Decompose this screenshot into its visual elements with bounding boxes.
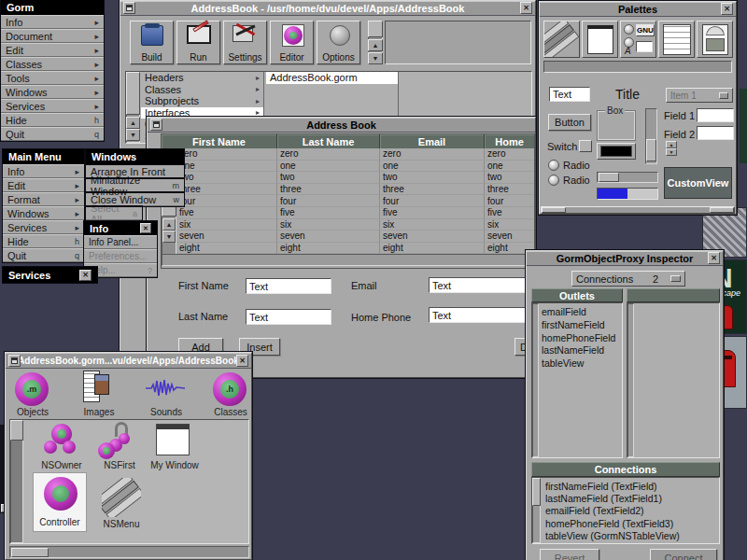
table-cell[interactable]: three	[277, 184, 380, 196]
run-button[interactable]: Run	[176, 21, 220, 64]
connection-item[interactable]: lastNameField (TextField1)	[545, 493, 680, 505]
tab-windows-palette[interactable]	[582, 21, 618, 58]
resize-bar-right[interactable]	[710, 207, 734, 213]
menu-item-windows[interactable]: Windows▸	[3, 206, 84, 220]
sample-radio1[interactable]	[548, 160, 559, 171]
menu-item-tools[interactable]: Tools▸	[1, 71, 104, 85]
sample-field2[interactable]	[697, 126, 734, 140]
table-cell[interactable]: seven	[176, 231, 277, 243]
object-item-label[interactable]: NSFirst	[99, 460, 140, 470]
table-cell[interactable]: five	[380, 207, 485, 219]
table-cell[interactable]: seven	[277, 231, 380, 243]
table-cell[interactable]: one	[380, 161, 485, 173]
table-cell[interactable]: four	[380, 195, 485, 207]
table-cell[interactable]: two	[380, 172, 485, 184]
table-cell[interactable]: one	[485, 161, 534, 173]
sample-vertical-slider[interactable]	[645, 108, 657, 164]
table-cell[interactable]: three	[485, 184, 534, 196]
sample-button[interactable]: Button	[548, 114, 591, 131]
tab-controls-palette[interactable]: GNU A	[620, 21, 656, 58]
browser-item-subprojects[interactable]: Subprojects▸	[141, 95, 263, 107]
sample-stepper[interactable]: ▲ ▼	[666, 141, 677, 157]
email-field[interactable]: Text	[429, 277, 529, 293]
object-item-label[interactable]: NSOwner	[38, 460, 85, 470]
table-cell[interactable]: seven	[485, 231, 534, 243]
column-header-home[interactable]: Home	[485, 134, 534, 148]
table-cell[interactable]: zero	[485, 148, 534, 161]
gorm-menu-title[interactable]: Gorm	[1, 0, 104, 15]
toolbar-scroll-down-button[interactable]: ▼	[368, 52, 383, 64]
column-header-last-name[interactable]: Last Name	[277, 134, 380, 148]
column-header-first-name[interactable]: First Name	[162, 134, 277, 148]
table-cell[interactable]: four	[485, 195, 534, 207]
browser-item-headers[interactable]: Headers▸	[141, 72, 263, 84]
outlets-scrollbar[interactable]	[532, 303, 539, 457]
object-item-controller[interactable]: Controller	[33, 472, 87, 532]
browser-item-classes[interactable]: Classes▸	[141, 84, 263, 96]
browser-scrollbar-knob[interactable]	[126, 72, 140, 115]
menu-item-info[interactable]: Info▸	[3, 164, 84, 178]
sample-field1[interactable]	[697, 108, 734, 122]
palettes-titlebar[interactable]: Palettes	[540, 2, 736, 17]
tab-objects-label[interactable]: Objects	[12, 407, 53, 417]
editor-button[interactable]: Editor	[270, 21, 314, 64]
table-cell[interactable]: seven	[380, 231, 485, 243]
stepper-up-button[interactable]: ▲	[666, 141, 677, 148]
outlet-item[interactable]: homePhoneField	[542, 332, 615, 345]
sample-title-label[interactable]: Title	[615, 87, 640, 102]
table-cell[interactable]: six	[176, 219, 277, 231]
miniaturize-button[interactable]	[8, 355, 21, 367]
sample-radio2[interactable]	[548, 175, 559, 186]
close-button[interactable]: ✕	[520, 2, 532, 14]
windows-menu-title[interactable]: Windows	[86, 149, 184, 164]
table-cell[interactable]: five	[277, 207, 380, 219]
stepper-down-button[interactable]: ▼	[666, 148, 677, 156]
table-scroll-down-button[interactable]: ▼	[162, 231, 176, 243]
sample-textfield[interactable]: Text	[549, 87, 590, 102]
table-cell[interactable]: eight	[176, 243, 277, 255]
close-icon[interactable]: ✕	[140, 223, 151, 233]
tab-misc-palette[interactable]	[697, 21, 733, 58]
menu-item-quit[interactable]: Quitq	[3, 248, 84, 262]
toolbar-scrollbar-knob[interactable]	[368, 21, 383, 37]
menu-item-edit[interactable]: Edit▸	[3, 178, 84, 192]
tab-images-label[interactable]: Images	[78, 407, 120, 417]
tab-data-palette[interactable]	[658, 21, 695, 58]
menu-item-miniaturize-window[interactable]: Miniaturize Windowm	[86, 178, 184, 192]
table-cell[interactable]: five	[176, 207, 277, 219]
outlet-item[interactable]: tableView	[542, 357, 615, 371]
sample-color-well[interactable]	[597, 143, 636, 160]
services-menu-title[interactable]: Services ✕	[3, 267, 97, 283]
sample-hscroller[interactable]	[597, 172, 658, 183]
options-button[interactable]: Options	[317, 21, 360, 64]
outlets-detail-scrollbar[interactable]	[627, 303, 634, 457]
browser-scroll-up-button[interactable]: ▲	[126, 117, 140, 129]
home-phone-field[interactable]: Text	[429, 307, 529, 323]
scroller-knob[interactable]	[599, 173, 619, 182]
connection-item[interactable]: tableView (GormNSTableView)	[545, 530, 680, 542]
menu-item-select-all[interactable]: Select Alla	[86, 206, 142, 220]
browser-scroll-down-button[interactable]: ▼	[126, 129, 140, 141]
outlet-item[interactable]: emailField	[542, 306, 615, 319]
object-item-mywindow-icon[interactable]	[156, 424, 190, 455]
toolbar-scroll-up-button[interactable]: ▲	[368, 39, 383, 51]
close-icon[interactable]: ✕	[79, 270, 92, 281]
column-header-email[interactable]: Email	[380, 134, 485, 148]
object-item-nsfirst-icon[interactable]	[98, 422, 139, 459]
outlet-item[interactable]: lastNameField	[542, 344, 615, 357]
tab-sounds-icon[interactable]	[144, 377, 187, 399]
table-cell[interactable]: zero	[380, 148, 485, 161]
info-menu-title[interactable]: Info ✕	[84, 221, 157, 235]
menu-item-classes[interactable]: Classes▸	[1, 57, 104, 71]
table-cell[interactable]: one	[176, 161, 277, 173]
close-button[interactable]: ✕	[721, 3, 733, 15]
browser-item-addressbook-gorm[interactable]: AddressBook.gorm	[266, 72, 398, 84]
menu-item-services[interactable]: Services▸	[3, 220, 84, 234]
tab-images-icon[interactable]	[83, 371, 111, 406]
revert-button[interactable]: Revert	[540, 549, 599, 560]
table-cell[interactable]: zero	[277, 148, 380, 161]
sample-popup-button[interactable]: Item 1	[666, 88, 733, 103]
table-cell[interactable]: six	[277, 219, 380, 231]
main-menu-title[interactable]: Main Menu	[3, 149, 84, 164]
connections-scrollbar-knob[interactable]	[532, 478, 541, 506]
